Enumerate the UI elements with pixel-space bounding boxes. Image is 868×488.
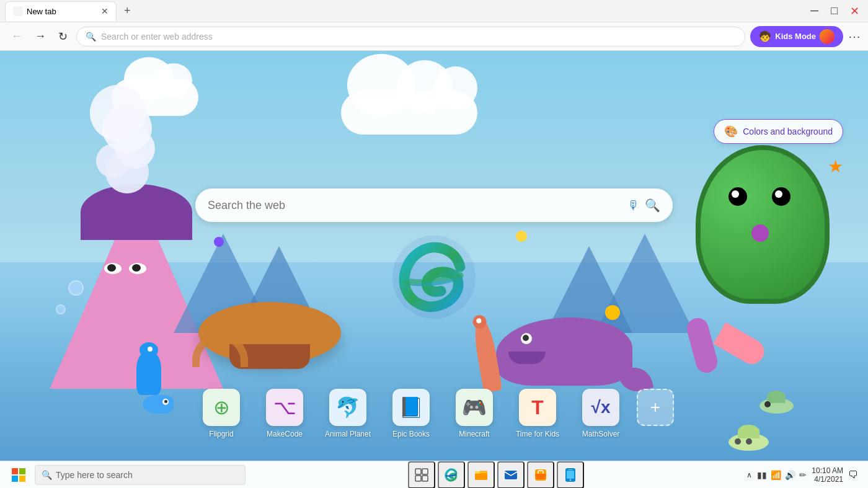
notification-button[interactable]: 🗨 bbox=[848, 469, 858, 481]
minimize-button[interactable]: ─ bbox=[807, 2, 822, 20]
quicklink-flipgrid[interactable]: ⊕ Flipgrid bbox=[194, 389, 249, 438]
svg-rect-11 bbox=[475, 473, 487, 480]
clock-time: 10:10 AM bbox=[812, 466, 843, 475]
forward-button[interactable]: → bbox=[31, 27, 50, 45]
quick-links: ⊕ Flipgrid ⌥ MakeCode 🐬 Animal Planet 📘 … bbox=[194, 389, 674, 438]
tray-expand-button[interactable]: ∧ bbox=[746, 471, 752, 479]
flipgrid-label: Flipgrid bbox=[209, 430, 233, 438]
green-monster: ★ bbox=[701, 150, 837, 336]
svg-rect-3 bbox=[19, 468, 25, 474]
address-icon: 🔍 bbox=[86, 32, 96, 42]
taskbar-search-text: Type here to search bbox=[56, 470, 133, 480]
minecraft-icon: 🎮 bbox=[456, 389, 493, 426]
start-button[interactable] bbox=[5, 461, 32, 489]
blue-dino bbox=[136, 352, 161, 395]
quicklink-makecode[interactable]: ⌥ MakeCode bbox=[257, 389, 312, 438]
mathsolver-label: MathSolver bbox=[582, 430, 620, 438]
svg-rect-0 bbox=[13, 6, 23, 16]
svg-rect-8 bbox=[415, 476, 421, 481]
edge-logo bbox=[391, 234, 477, 321]
new-tab-button[interactable]: + bbox=[119, 3, 136, 19]
svg-rect-6 bbox=[415, 469, 421, 474]
tab-icon bbox=[13, 6, 23, 16]
makecode-label: MakeCode bbox=[267, 430, 303, 438]
store-taskbar-button[interactable] bbox=[527, 461, 554, 489]
store-icon bbox=[533, 468, 548, 482]
kids-mode-icon: 🧒 bbox=[759, 30, 771, 42]
quicklink-epic-books[interactable]: 📘 Epic Books bbox=[384, 389, 438, 438]
mail-taskbar-button[interactable] bbox=[497, 461, 525, 489]
search-input[interactable] bbox=[208, 199, 625, 212]
taskbar-apps bbox=[246, 461, 746, 489]
title-bar: New tab ✕ + ─ □ ✕ bbox=[0, 0, 868, 22]
kids-mode-button[interactable]: 🧒 Kids Mode bbox=[750, 26, 843, 47]
quicklink-minecraft[interactable]: 🎮 Minecraft bbox=[447, 389, 502, 438]
tab-close-button[interactable]: ✕ bbox=[101, 6, 108, 16]
explorer-icon bbox=[474, 468, 489, 482]
battery-icon: ▮▮ bbox=[757, 470, 767, 480]
makecode-icon: ⌥ bbox=[266, 389, 303, 426]
browser-tab[interactable]: New tab ✕ bbox=[5, 1, 117, 21]
svg-rect-12 bbox=[475, 471, 480, 474]
svg-rect-18 bbox=[567, 471, 574, 479]
svg-rect-16 bbox=[568, 469, 573, 470]
snake-creature bbox=[477, 317, 496, 392]
edge-taskbar-button[interactable] bbox=[438, 461, 465, 489]
time-for-kids-label: Time for Kids bbox=[516, 430, 559, 438]
svg-rect-9 bbox=[422, 476, 428, 481]
address-bar[interactable]: 🔍 Search or enter web address bbox=[76, 27, 745, 47]
colors-background-button[interactable]: 🎨 Colors and background bbox=[714, 119, 843, 144]
taskbar-search[interactable]: 🔍 Type here to search bbox=[35, 465, 246, 485]
epic-books-label: Epic Books bbox=[392, 430, 430, 438]
search-container: 🎙 🔍 bbox=[195, 189, 673, 222]
wifi-icon: 📶 bbox=[771, 470, 781, 480]
quicklink-animal-planet[interactable]: 🐬 Animal Planet bbox=[321, 389, 375, 438]
svg-rect-4 bbox=[12, 476, 18, 482]
taskview-icon bbox=[415, 468, 428, 482]
epic-books-icon: 📘 bbox=[392, 389, 430, 426]
quicklink-mathsolver[interactable]: √x MathSolver bbox=[574, 389, 628, 438]
back-button[interactable]: ← bbox=[7, 27, 26, 45]
taskview-button[interactable] bbox=[408, 461, 435, 489]
taskbar: 🔍 Type here to search bbox=[0, 461, 868, 488]
search-submit-button[interactable]: 🔍 bbox=[645, 198, 660, 213]
address-text: Search or enter web address bbox=[101, 32, 213, 42]
tab-label: New tab bbox=[27, 7, 56, 16]
refresh-button[interactable]: ↻ bbox=[55, 27, 71, 46]
newtab-content: ★ bbox=[0, 51, 868, 488]
microphone-button[interactable]: 🎙 bbox=[627, 198, 640, 213]
phone-icon bbox=[564, 468, 577, 482]
windows-logo-icon bbox=[12, 468, 25, 482]
search-bar[interactable]: 🎙 🔍 bbox=[195, 189, 673, 222]
maximize-button[interactable]: □ bbox=[827, 2, 841, 20]
colorful-arch bbox=[192, 333, 248, 367]
kids-mode-label: Kids Mode bbox=[775, 32, 816, 41]
taskbar-search-icon: 🔍 bbox=[42, 470, 52, 480]
explorer-taskbar-button[interactable] bbox=[467, 461, 495, 489]
svg-rect-7 bbox=[422, 469, 428, 474]
purple-whale bbox=[496, 317, 632, 386]
svg-rect-2 bbox=[12, 468, 18, 474]
mail-icon bbox=[503, 468, 518, 482]
pen-icon: ✏ bbox=[799, 470, 807, 480]
svg-rect-13 bbox=[505, 471, 517, 479]
edge-taskbar-icon bbox=[443, 467, 459, 483]
browser-menu-button[interactable]: ⋯ bbox=[848, 29, 861, 44]
edge-svg-icon bbox=[391, 234, 477, 321]
add-site-button[interactable]: + Add bbox=[637, 389, 674, 438]
volume-icon: 🔊 bbox=[785, 470, 795, 480]
taskbar-clock[interactable]: 10:10 AM 4/1/2021 bbox=[812, 466, 843, 484]
time-for-kids-icon: T bbox=[519, 389, 556, 426]
svg-point-17 bbox=[570, 479, 572, 481]
phone-taskbar-button[interactable] bbox=[557, 461, 584, 489]
close-window-button[interactable]: ✕ bbox=[846, 2, 863, 20]
animal-planet-icon: 🐬 bbox=[329, 389, 366, 426]
svg-rect-5 bbox=[19, 476, 25, 482]
minecraft-label: Minecraft bbox=[459, 430, 489, 438]
colors-bg-icon: 🎨 bbox=[724, 125, 738, 138]
animal-planet-label: Animal Planet bbox=[325, 430, 371, 438]
taskbar-right: ∧ ▮▮ 📶 🔊 ✏ 10:10 AM 4/1/2021 🗨 bbox=[746, 466, 863, 484]
colors-bg-label: Colors and background bbox=[743, 126, 833, 136]
quicklink-time-for-kids[interactable]: T Time for Kids bbox=[510, 389, 565, 438]
taskbar-system-icons: ▮▮ 📶 🔊 ✏ bbox=[757, 470, 807, 480]
